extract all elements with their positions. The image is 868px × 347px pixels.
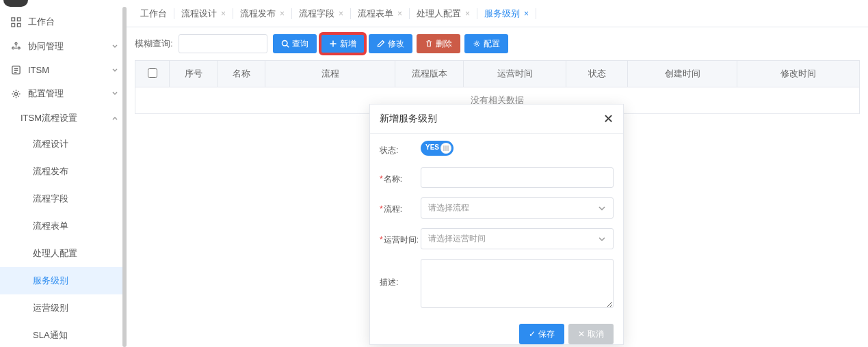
divider bbox=[536, 8, 536, 19]
name-label: *名称: bbox=[380, 171, 421, 185]
sidebar-sub-flow-publish[interactable]: 流程发布 bbox=[0, 158, 127, 185]
search-button[interactable]: 查询 bbox=[273, 34, 317, 53]
desc-textarea[interactable] bbox=[421, 259, 614, 308]
close-icon[interactable]: × bbox=[280, 9, 285, 18]
tab-handler[interactable]: 处理人配置× bbox=[410, 0, 477, 27]
sidebar-item-label: ITSM流程设置 bbox=[21, 112, 111, 124]
select-placeholder: 请选择运营时间 bbox=[428, 233, 486, 245]
tab-label: 流程字段 bbox=[299, 8, 334, 20]
status-toggle[interactable]: YES bbox=[421, 141, 453, 156]
sidebar-item-itsm-flow-settings[interactable]: ITSM流程设置 bbox=[0, 106, 127, 130]
sidebar-item-config[interactable]: 配置管理 bbox=[0, 81, 127, 106]
sidebar-sub-op-level[interactable]: 运营级别 bbox=[0, 294, 127, 322]
name-input[interactable] bbox=[421, 167, 614, 188]
table-header: 名称 bbox=[218, 61, 265, 87]
add-button[interactable]: 新增 bbox=[321, 34, 365, 53]
form-row-flow: *流程: 请选择流程 bbox=[380, 197, 614, 219]
table-header: 创建时间 bbox=[628, 61, 737, 87]
toggle-knob bbox=[440, 143, 451, 154]
tab-label: 流程设计 bbox=[181, 8, 217, 20]
tab-flow-form[interactable]: 流程表单× bbox=[351, 0, 409, 27]
tab-workbench[interactable]: 工作台 bbox=[133, 0, 174, 27]
sidebar-sub-flow-field[interactable]: 流程字段 bbox=[0, 185, 127, 212]
tabs: 工作台 流程设计× 流程发布× 流程字段× 流程表单× 处理人配置× 服务级别× bbox=[127, 0, 868, 27]
modal-footer: ✓ 保存 ✕ 取消 bbox=[370, 324, 623, 344]
chevron-up-icon bbox=[111, 115, 118, 122]
flow-select[interactable]: 请选择流程 bbox=[421, 197, 614, 219]
delete-button[interactable]: 删除 bbox=[417, 34, 460, 53]
tab-label: 流程发布 bbox=[240, 8, 276, 20]
form-row-name: *名称: bbox=[380, 167, 614, 188]
optime-select[interactable]: 请选择运营时间 bbox=[421, 228, 614, 249]
svg-rect-0 bbox=[12, 17, 15, 20]
sidebar-sub-handler[interactable]: 处理人配置 bbox=[0, 240, 127, 267]
sidebar-sub-flow-form[interactable]: 流程表单 bbox=[0, 212, 127, 240]
sidebar-item-label: 流程字段 bbox=[33, 193, 68, 204]
close-icon[interactable]: ✕ bbox=[603, 113, 614, 125]
check-icon: ✓ bbox=[529, 329, 536, 339]
toggle-text: YES bbox=[425, 143, 439, 151]
plus-icon bbox=[329, 40, 337, 48]
tab-label: 工作台 bbox=[140, 8, 167, 20]
chevron-down-icon bbox=[111, 43, 118, 50]
table-header-row: 序号 名称 流程 流程版本 运营时间 状态 创建时间 修改时间 bbox=[135, 61, 860, 87]
chevron-down-icon bbox=[111, 67, 118, 74]
sidebar-item-itsm[interactable]: ITSM bbox=[0, 59, 127, 81]
close-icon[interactable]: × bbox=[339, 9, 343, 18]
button-label: 查询 bbox=[292, 38, 308, 50]
button-label: 修改 bbox=[388, 38, 404, 50]
save-button[interactable]: ✓ 保存 bbox=[519, 324, 564, 344]
form-row-optime: *运营时间: 请选择运营时间 bbox=[380, 228, 614, 249]
form-row-status: 状态: YES bbox=[380, 141, 614, 158]
edit-button[interactable]: 修改 bbox=[369, 34, 412, 53]
avatar bbox=[3, 0, 28, 7]
table-header-checkbox bbox=[135, 61, 170, 87]
tab-service-level[interactable]: 服务级别× bbox=[477, 0, 536, 27]
close-icon[interactable]: × bbox=[397, 9, 402, 18]
svg-point-5 bbox=[12, 46, 14, 48]
close-icon[interactable]: × bbox=[221, 9, 226, 18]
tab-label: 服务级别 bbox=[484, 8, 520, 20]
table-header: 修改时间 bbox=[737, 61, 860, 87]
config-button[interactable]: 配置 bbox=[464, 34, 508, 53]
sidebar-item-collab[interactable]: 协同管理 bbox=[0, 34, 127, 59]
search-input[interactable] bbox=[179, 34, 267, 53]
modal-title: 新增服务级别 bbox=[380, 113, 437, 125]
svg-point-4 bbox=[15, 42, 17, 44]
list-icon bbox=[11, 65, 21, 75]
sidebar-sub-flow-design[interactable]: 流程设计 bbox=[0, 130, 127, 158]
svg-point-8 bbox=[14, 92, 17, 95]
table-header: 状态 bbox=[566, 61, 628, 87]
sidebar-sub-service-level[interactable]: 服务级别 bbox=[0, 267, 127, 294]
button-label: 删除 bbox=[436, 38, 452, 50]
tab-label: 处理人配置 bbox=[417, 8, 461, 20]
button-label: 取消 bbox=[588, 329, 604, 340]
flow-label: *流程: bbox=[380, 201, 421, 215]
svg-point-10 bbox=[475, 43, 477, 45]
sidebar-sub-sla-notify[interactable]: SLA通知 bbox=[0, 322, 127, 347]
svg-rect-3 bbox=[17, 23, 21, 27]
sidebar-item-label: 流程设计 bbox=[33, 139, 68, 149]
close-icon[interactable]: × bbox=[524, 9, 529, 18]
status-label: 状态: bbox=[380, 142, 421, 156]
sidebar-item-label: 协同管理 bbox=[28, 40, 111, 53]
tab-flow-design[interactable]: 流程设计× bbox=[174, 0, 233, 27]
select-all-checkbox[interactable] bbox=[148, 68, 157, 78]
cancel-button[interactable]: ✕ 取消 bbox=[568, 324, 614, 344]
sidebar-item-label: 工作台 bbox=[28, 16, 118, 28]
table-header: 流程版本 bbox=[395, 61, 464, 87]
search-label: 模糊查询: bbox=[135, 38, 173, 50]
scrollbar[interactable] bbox=[122, 7, 127, 347]
close-icon: ✕ bbox=[578, 329, 585, 339]
tab-flow-publish[interactable]: 流程发布× bbox=[233, 0, 291, 27]
table-header: 流程 bbox=[265, 61, 395, 87]
chevron-down-icon bbox=[111, 90, 118, 97]
tab-flow-field[interactable]: 流程字段× bbox=[292, 0, 350, 27]
close-icon[interactable]: × bbox=[465, 9, 470, 18]
sidebar: 工作台 协同管理 ITSM 配置管理 ITSM流程设置 bbox=[0, 0, 127, 347]
svg-rect-2 bbox=[12, 23, 15, 27]
chevron-down-icon bbox=[598, 235, 606, 243]
modal-body: 状态: YES *名称: *流程: 请选择流程 *运营时间: bbox=[370, 134, 623, 324]
sidebar-item-workbench[interactable]: 工作台 bbox=[0, 10, 127, 34]
sidebar-item-label: 处理人配置 bbox=[33, 248, 77, 258]
